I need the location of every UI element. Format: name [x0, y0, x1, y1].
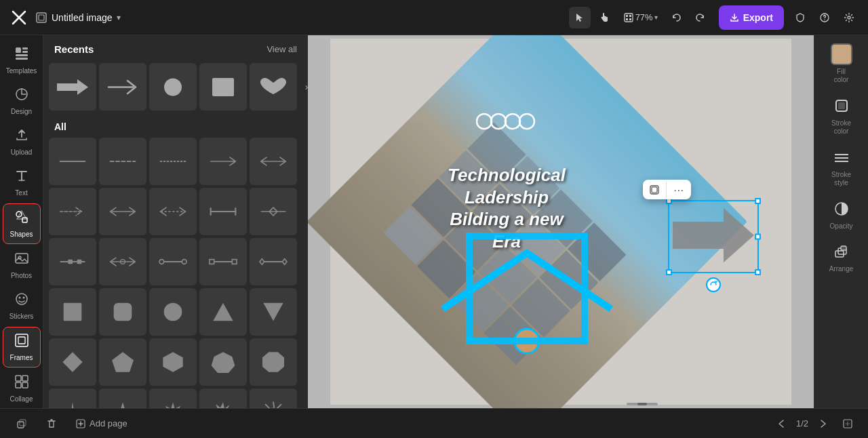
- shape-arrow-line[interactable]: [199, 138, 247, 185]
- shapes-icon: [14, 210, 29, 228]
- shape-6star[interactable]: [149, 389, 197, 408]
- blue-structure: [439, 219, 615, 364]
- sidebar-item-upload[interactable]: Upload: [3, 122, 41, 161]
- shape-both-arrows[interactable]: [99, 188, 146, 235]
- delete-button[interactable]: [41, 416, 62, 432]
- shape-rounded-square[interactable]: [99, 288, 146, 336]
- duplicate-button[interactable]: [11, 416, 33, 432]
- shape-5star[interactable]: [99, 389, 146, 408]
- shape-handle-line[interactable]: [49, 238, 96, 285]
- svg-rect-70: [466, 338, 588, 344]
- svg-rect-12: [16, 47, 21, 53]
- shape-bar-line[interactable]: [199, 188, 247, 235]
- shape-diamond[interactable]: [49, 338, 96, 386]
- sidebar-item-design[interactable]: Design: [3, 81, 41, 121]
- document-title-area: Untitled image ▾: [35, 12, 564, 24]
- shield-icon-button[interactable]: [789, 7, 811, 28]
- cursor-tool-button[interactable]: [569, 7, 591, 28]
- shape-triangle-up[interactable]: [199, 288, 247, 336]
- context-replace-button[interactable]: [643, 181, 666, 199]
- export-button[interactable]: Export: [719, 5, 784, 30]
- recents-scroll-right[interactable]: ›: [300, 63, 308, 111]
- text-icon: [14, 168, 29, 186]
- shape-triangle-down[interactable]: [250, 288, 297, 336]
- shape-octagon[interactable]: [250, 338, 297, 386]
- redo-button[interactable]: [689, 7, 711, 28]
- shape-double-arrow-line[interactable]: [250, 138, 297, 185]
- shape-row-1: [49, 138, 302, 185]
- svg-rect-5: [626, 15, 628, 17]
- rotate-handle[interactable]: [706, 277, 721, 292]
- undo-button[interactable]: [666, 7, 688, 28]
- svg-rect-26: [18, 337, 25, 344]
- recent-item-square[interactable]: [199, 63, 247, 111]
- shape-diamond-arrows[interactable]: [99, 238, 146, 285]
- fill-color-item[interactable]: Fillcolor: [831, 43, 852, 84]
- sidebar-item-shapes[interactable]: Shapes: [3, 203, 41, 244]
- sidebar-item-photos[interactable]: Photos: [3, 245, 41, 285]
- shape-square-ends[interactable]: [199, 238, 247, 285]
- shape-diamond-line[interactable]: [250, 188, 297, 235]
- shape-sunburst[interactable]: [250, 389, 297, 408]
- svg-rect-80: [18, 422, 24, 428]
- shape-dashed-line[interactable]: [99, 138, 146, 185]
- stroke-style-icon[interactable]: [831, 146, 852, 168]
- recent-item-circle[interactable]: [149, 63, 197, 111]
- shape-pentagon[interactable]: [99, 338, 146, 386]
- arrange-icon[interactable]: [830, 241, 852, 262]
- stroke-style-label: Strokestyle: [831, 171, 851, 187]
- sidebar-item-templates[interactable]: Templates: [3, 41, 41, 80]
- fill-color-swatch[interactable]: [831, 43, 852, 65]
- sidebar-item-collage[interactable]: Collage: [3, 369, 41, 408]
- stroke-color-item[interactable]: Strokecolor: [831, 95, 852, 136]
- svg-rect-29: [16, 382, 21, 388]
- svg-rect-15: [16, 54, 28, 56]
- shape-row-5: [49, 338, 302, 386]
- recent-item-thin-arrow[interactable]: [99, 63, 146, 111]
- canvas-scrollbar[interactable]: [627, 403, 658, 405]
- shape-solid-line[interactable]: [49, 138, 96, 185]
- sidebar-item-text[interactable]: Text: [3, 163, 41, 202]
- recent-item-heart[interactable]: [250, 63, 297, 111]
- shape-heptagon[interactable]: [199, 338, 247, 386]
- shape-dashed-both-arrows[interactable]: [149, 188, 197, 235]
- svg-point-60: [477, 114, 492, 129]
- expand-pages-button[interactable]: [838, 414, 857, 433]
- shape-diamond-ends[interactable]: [250, 238, 297, 285]
- view-options-button[interactable]: 77% ▾: [618, 7, 663, 28]
- title-chevron[interactable]: ▾: [117, 13, 121, 22]
- stroke-color-icon[interactable]: [831, 95, 852, 117]
- shape-dotted-line[interactable]: [149, 138, 197, 185]
- context-more-button[interactable]: ···: [667, 180, 691, 199]
- hand-tool-button[interactable]: [593, 7, 615, 28]
- settings-icon-button[interactable]: [838, 7, 860, 28]
- handle-bottom-right[interactable]: [755, 269, 761, 275]
- page-prev-button[interactable]: [772, 414, 791, 433]
- shape-square[interactable]: [49, 288, 96, 336]
- shape-circle-ends[interactable]: [149, 238, 197, 285]
- shape-8star[interactable]: [199, 389, 247, 408]
- view-all-button[interactable]: View all: [267, 44, 297, 54]
- shape-4star[interactable]: [49, 389, 96, 408]
- help-icon-button[interactable]: [814, 7, 835, 28]
- opacity-icon[interactable]: [831, 198, 852, 220]
- logo-button[interactable]: [8, 7, 30, 28]
- sidebar-item-frames[interactable]: Frames: [3, 327, 41, 367]
- shape-hexagon[interactable]: [149, 338, 197, 386]
- page-next-button[interactable]: [814, 414, 833, 433]
- svg-point-61: [491, 114, 506, 129]
- export-label: Export: [743, 12, 773, 23]
- canvas-area[interactable]: Technological Ladership Bilding a new Er…: [308, 35, 814, 408]
- document-title[interactable]: Untitled image: [52, 12, 113, 23]
- add-page-icon: [76, 419, 85, 429]
- shape-dashed-arrow-right[interactable]: [49, 188, 96, 235]
- opacity-item[interactable]: Opacity: [830, 198, 853, 230]
- selected-arrow-shape[interactable]: [669, 201, 757, 272]
- sidebar-item-stickers[interactable]: Stickers: [3, 286, 41, 325]
- add-page-button[interactable]: Add page: [71, 416, 133, 431]
- recent-item-solid-arrow[interactable]: [49, 63, 96, 111]
- stroke-style-item[interactable]: Strokestyle: [831, 146, 852, 187]
- arrange-item[interactable]: Arrange: [829, 241, 854, 273]
- shape-circle[interactable]: [149, 288, 197, 336]
- svg-rect-56: [64, 303, 82, 321]
